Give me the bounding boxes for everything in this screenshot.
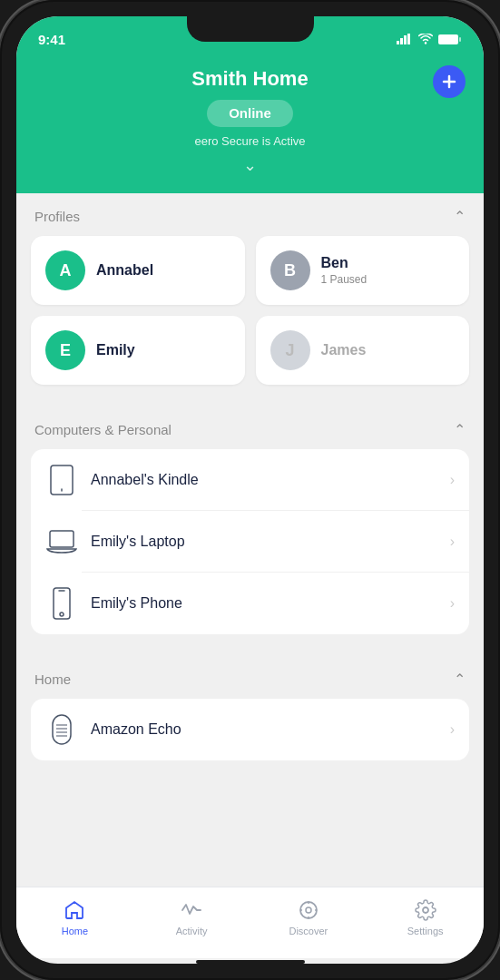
profile-info-james: James (321, 342, 456, 358)
svg-point-14 (60, 612, 64, 616)
wifi-icon (418, 34, 433, 44)
device-item-phone[interactable]: Emily's Phone › (31, 573, 469, 634)
svg-point-4 (425, 42, 426, 44)
nav-item-activity[interactable]: Activity (133, 895, 250, 940)
svg-point-22 (306, 907, 311, 913)
profile-avatar-james: J (270, 330, 310, 370)
home-nav-icon (63, 898, 86, 922)
chevron-right-laptop: › (450, 534, 455, 550)
profiles-section-header: Profiles ⌃ (16, 193, 484, 236)
section-gap-1 (16, 399, 484, 407)
profile-avatar-ben: B (270, 250, 310, 290)
device-name-phone: Emily's Phone (91, 595, 437, 612)
computers-section-header: Computers & Personal ⌃ (16, 407, 484, 449)
notch (187, 16, 314, 42)
discover-nav-label: Discover (289, 926, 328, 936)
profile-name-ben: Ben (321, 255, 456, 271)
phone-frame: 9:41 (0, 0, 500, 980)
tablet-icon (45, 464, 78, 496)
home-section: Home ⌃ (16, 656, 484, 760)
phone-screen: 9:41 (16, 16, 484, 964)
computers-section-title: Computers & Personal (34, 422, 172, 437)
svg-rect-3 (407, 34, 410, 44)
activity-nav-label: Activity (176, 926, 208, 936)
svg-rect-15 (53, 715, 71, 744)
svg-rect-6 (459, 37, 461, 42)
home-device-list: Amazon Echo › (31, 699, 469, 760)
computers-section: Computers & Personal ⌃ Annabel's Kindle … (16, 407, 484, 634)
svg-point-21 (300, 902, 317, 918)
online-badge: Online (207, 100, 293, 127)
home-nav-label: Home (62, 926, 88, 936)
bottom-nav: Home Activity (16, 887, 484, 958)
phone-icon (45, 587, 78, 620)
header-title: Smith Home (191, 67, 308, 91)
computers-collapse-icon[interactable]: ⌃ (454, 421, 466, 438)
profiles-section: Profiles ⌃ A Annabel B Ben 1 Pau (16, 193, 484, 399)
home-collapse-icon[interactable]: ⌃ (454, 671, 466, 688)
nav-item-home[interactable]: Home (16, 895, 133, 940)
profile-avatar-emily: E (45, 330, 85, 370)
profile-info-ben: Ben 1 Paused (321, 255, 456, 286)
status-badge-text: Online (229, 105, 271, 121)
svg-point-27 (423, 907, 428, 913)
profile-card-annabel[interactable]: A Annabel (31, 236, 245, 305)
settings-nav-label: Settings (407, 926, 444, 936)
profiles-section-title: Profiles (34, 209, 80, 224)
profile-card-james[interactable]: J James (256, 316, 470, 385)
chevron-down-icon[interactable]: ⌄ (243, 155, 257, 175)
status-icons (397, 34, 462, 45)
profile-name-james: James (321, 342, 456, 358)
svg-rect-11 (50, 531, 74, 547)
home-indicator (196, 960, 305, 964)
device-item-echo[interactable]: Amazon Echo › (31, 699, 469, 760)
device-name-laptop: Emily's Laptop (91, 534, 437, 550)
status-time: 9:41 (38, 32, 65, 47)
svg-rect-1 (400, 38, 403, 44)
speaker-icon (45, 713, 78, 746)
profile-info-emily: Emily (96, 342, 230, 358)
profile-sub-ben: 1 Paused (321, 273, 456, 286)
home-section-title: Home (34, 671, 71, 687)
svg-rect-0 (397, 41, 399, 44)
profiles-collapse-icon[interactable]: ⌃ (454, 208, 466, 225)
activity-nav-icon (180, 898, 203, 922)
section-gap-2 (16, 649, 484, 656)
home-section-header: Home ⌃ (16, 656, 484, 699)
add-button[interactable] (433, 65, 466, 98)
plus-icon (442, 74, 456, 89)
profile-card-emily[interactable]: E Emily (31, 316, 245, 385)
device-name-kindle: Annabel's Kindle (91, 472, 437, 488)
laptop-icon (45, 525, 78, 558)
content-area: Profiles ⌃ A Annabel B Ben 1 Pau (16, 193, 484, 887)
profile-avatar-annabel: A (45, 250, 85, 290)
chevron-right-kindle: › (450, 472, 455, 488)
discover-nav-icon (297, 898, 320, 922)
chevron-right-phone: › (450, 595, 455, 612)
settings-nav-icon (414, 898, 437, 922)
nav-item-settings[interactable]: Settings (367, 895, 484, 940)
battery-icon (438, 34, 462, 45)
header: Smith Home Online eero Secure is Active … (16, 56, 484, 193)
device-item-laptop[interactable]: Emily's Laptop › (31, 511, 469, 573)
signal-icon (397, 34, 413, 44)
chevron-right-echo: › (450, 721, 455, 738)
svg-rect-5 (438, 34, 458, 44)
device-item-kindle[interactable]: Annabel's Kindle › (31, 449, 469, 511)
svg-rect-2 (404, 35, 407, 44)
device-name-echo: Amazon Echo (91, 721, 437, 738)
svg-rect-12 (54, 588, 70, 619)
nav-item-discover[interactable]: Discover (250, 895, 368, 940)
profiles-grid: A Annabel B Ben 1 Paused E (16, 236, 484, 399)
computers-device-list: Annabel's Kindle › Emily's Laptop › (31, 449, 469, 634)
profile-card-ben[interactable]: B Ben 1 Paused (256, 236, 470, 305)
profile-name-annabel: Annabel (96, 262, 230, 279)
profile-info-annabel: Annabel (96, 262, 230, 279)
profile-name-emily: Emily (96, 342, 230, 358)
secure-text: eero Secure is Active (194, 134, 305, 148)
